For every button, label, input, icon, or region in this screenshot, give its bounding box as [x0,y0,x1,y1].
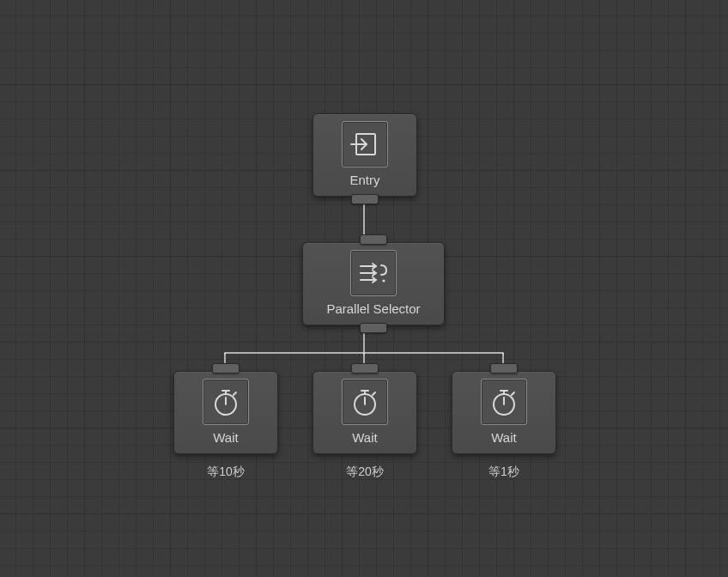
node-wait-1-label: Wait [213,430,238,445]
node-wait-3-sublabel: 等1秒 [488,465,519,480]
port-in[interactable] [360,234,387,245]
stopwatch-icon [342,379,388,425]
port-in[interactable] [351,363,379,374]
stopwatch-icon [481,379,527,425]
svg-point-10 [382,279,385,282]
port-out[interactable] [360,323,387,333]
node-wait-3-label: Wait [491,430,516,445]
node-parallel-selector-label: Parallel Selector [326,301,420,316]
entry-icon [342,121,388,167]
svg-line-20 [373,392,375,395]
node-entry[interactable]: Entry [312,113,417,197]
node-parallel-selector[interactable]: Parallel Selector [302,242,445,325]
svg-line-25 [512,392,514,395]
port-out[interactable] [351,194,379,204]
node-entry-label: Entry [349,173,379,187]
node-wait-3[interactable]: Wait 等1秒 [452,371,556,480]
node-wait-1[interactable]: Wait 等10秒 [173,371,278,480]
node-wait-2-label: Wait [352,430,377,445]
behavior-tree-canvas[interactable]: Entry Parallel Selector [0,0,728,577]
port-in[interactable] [490,363,518,374]
node-wait-2[interactable]: Wait 等20秒 [312,371,417,480]
node-wait-2-sublabel: 等20秒 [346,465,384,480]
stopwatch-icon [203,379,249,425]
port-in[interactable] [212,363,240,374]
svg-line-15 [234,392,236,395]
node-wait-1-sublabel: 等10秒 [207,465,245,480]
parallel-selector-icon [350,250,397,296]
